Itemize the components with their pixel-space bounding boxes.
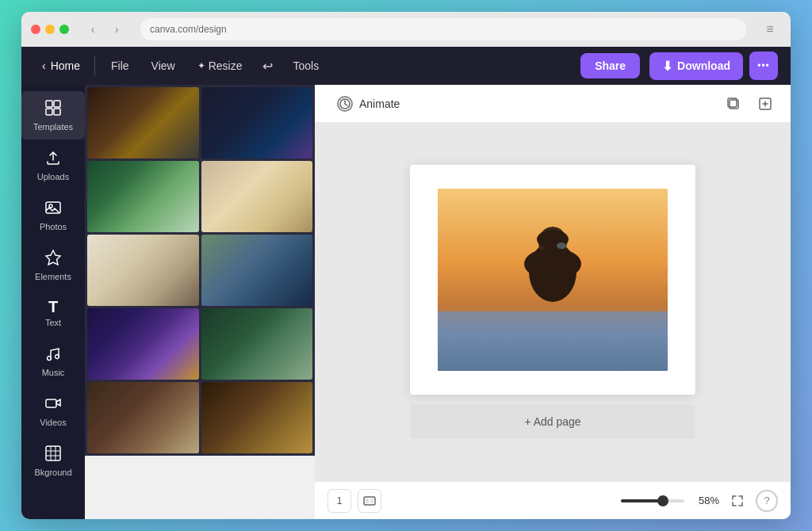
photo-thumb-10[interactable]: [201, 382, 313, 453]
browser-menu-icon[interactable]: ≡: [759, 18, 781, 40]
svg-marker-6: [46, 250, 60, 265]
canvas-area: Animate: [315, 85, 791, 519]
photo-thumb-4[interactable]: [201, 161, 313, 232]
photo-thumb-7[interactable]: [87, 308, 199, 380]
photo-thumb-5[interactable]: [87, 235, 199, 306]
duplicate-icon: [726, 97, 741, 111]
app-content: ‹ Home File View ✦ Resize ↩ Tools Shar: [21, 47, 791, 519]
videos-label: Videos: [40, 418, 66, 427]
address-bar[interactable]: canva.com/design: [140, 18, 746, 40]
canvas-bottom-toolbar: 1: [315, 481, 791, 519]
browser-chrome: ‹ › canva.com/design ≡: [21, 12, 791, 47]
svg-point-5: [49, 204, 52, 208]
background-label: Bkground: [34, 468, 71, 477]
download-label: Download: [677, 59, 730, 72]
share-label: Share: [595, 59, 626, 72]
add-page-label: + Add page: [524, 415, 580, 428]
traffic-lights: [31, 25, 69, 34]
photo-thumb-8[interactable]: [201, 308, 313, 380]
close-button[interactable]: [31, 25, 40, 34]
svg-rect-3: [54, 109, 60, 115]
photo-grid: [85, 85, 315, 456]
uploads-label: Uploads: [37, 172, 69, 181]
browser-nav-buttons: ‹ ›: [82, 18, 128, 40]
sidebar-item-music[interactable]: Music: [21, 337, 85, 385]
top-toolbar: ‹ Home File View ✦ Resize ↩ Tools Shar: [21, 47, 791, 85]
home-button[interactable]: ‹ Home: [34, 55, 88, 77]
svg-rect-10: [46, 446, 60, 460]
forward-button[interactable]: ›: [105, 18, 128, 40]
back-button[interactable]: ‹: [82, 18, 104, 40]
file-menu[interactable]: File: [102, 55, 139, 77]
photo-thumb-6[interactable]: [201, 235, 313, 306]
music-icon: [44, 345, 62, 365]
resize-label: Resize: [209, 59, 243, 72]
view-label: View: [151, 59, 175, 72]
page-indicator[interactable]: 1: [327, 489, 351, 513]
photo-thumb-1[interactable]: [87, 87, 199, 159]
zoom-control: 58%: [621, 495, 719, 506]
photos-label: Photos: [40, 222, 67, 231]
photo-thumb-2[interactable]: [201, 87, 313, 159]
resize-icon: ✦: [197, 60, 205, 71]
svg-point-26: [524, 248, 581, 280]
svg-rect-1: [54, 101, 60, 107]
help-button[interactable]: ?: [756, 490, 778, 512]
sidebar-item-uploads[interactable]: Uploads: [21, 141, 85, 189]
maximize-button[interactable]: [59, 25, 69, 34]
add-page-icon-button[interactable]: [753, 91, 778, 117]
elements-label: Elements: [35, 272, 71, 281]
sidebar-item-templates[interactable]: Templates: [21, 91, 85, 139]
animate-button[interactable]: Animate: [327, 91, 409, 117]
tools-label: Tools: [293, 59, 319, 72]
text-icon: T: [48, 299, 58, 315]
more-options-button[interactable]: •••: [749, 52, 778, 80]
templates-icon: [44, 99, 62, 119]
canvas-page[interactable]: [410, 165, 695, 395]
menu-lines-icon: ≡: [766, 22, 773, 36]
photo-thumb-9[interactable]: [87, 382, 199, 453]
view-menu[interactable]: View: [142, 55, 185, 77]
text-label: Text: [45, 318, 61, 327]
duplicate-page-button[interactable]: [721, 91, 746, 117]
share-button[interactable]: Share: [580, 53, 640, 78]
zoom-percent: 58%: [691, 495, 719, 506]
sidebar-item-background[interactable]: Bkground: [21, 437, 85, 485]
canvas-toolbar: Animate: [315, 85, 791, 123]
page-number: 1: [337, 495, 343, 506]
download-icon: ⬇: [662, 59, 672, 74]
toolbar-separator: [94, 56, 95, 75]
music-label: Music: [42, 368, 65, 377]
sidebar: Templates Uploads: [21, 85, 85, 519]
background-icon: [44, 445, 62, 464]
svg-rect-31: [370, 501, 373, 503]
tools-menu[interactable]: Tools: [283, 55, 328, 77]
sidebar-item-text[interactable]: T Text: [21, 291, 85, 335]
svg-rect-2: [46, 109, 52, 115]
resize-menu[interactable]: ✦ Resize: [188, 55, 252, 77]
add-page-button[interactable]: + Add page: [410, 404, 695, 439]
sidebar-item-elements[interactable]: Elements: [21, 241, 85, 289]
svg-rect-0: [46, 101, 52, 107]
zoom-slider-thumb[interactable]: [657, 495, 668, 506]
photos-icon: [44, 199, 62, 219]
main-area: Templates Uploads: [21, 85, 791, 519]
minimize-button[interactable]: [45, 25, 55, 34]
canvas-workspace: + Add page: [315, 123, 791, 481]
page-view-button[interactable]: [358, 489, 381, 513]
animate-label: Animate: [359, 97, 400, 110]
zoom-slider[interactable]: [621, 499, 684, 502]
browser-window: ‹ › canva.com/design ≡ ‹ Home File View …: [21, 12, 791, 519]
sidebar-item-photos[interactable]: Photos: [21, 191, 85, 239]
undo-button[interactable]: ↩: [255, 53, 280, 78]
undo-icon: ↩: [262, 59, 273, 74]
add-icon: [758, 97, 772, 111]
photo-thumb-3[interactable]: [87, 161, 199, 232]
file-label: File: [111, 59, 129, 72]
sidebar-item-videos[interactable]: Videos: [21, 387, 85, 435]
back-chevron-icon: ‹: [42, 59, 46, 72]
templates-label: Templates: [33, 122, 73, 132]
download-button[interactable]: ⬇ Download: [649, 52, 743, 80]
fullscreen-button[interactable]: [726, 489, 749, 513]
svg-rect-9: [46, 399, 56, 407]
